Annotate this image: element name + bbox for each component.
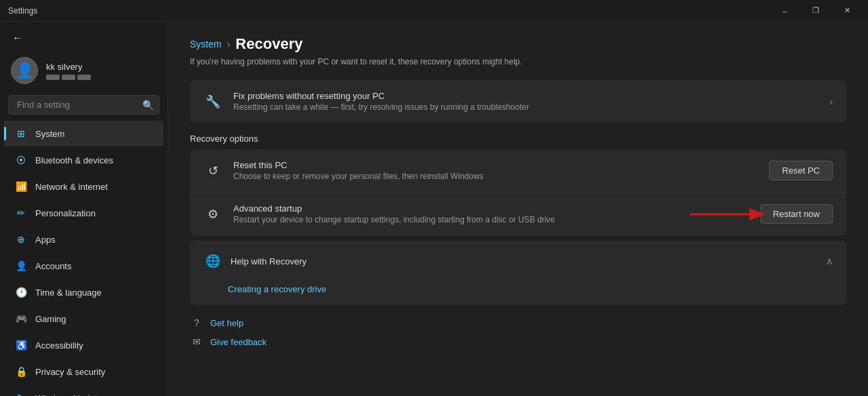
titlebar-title: Settings	[8, 6, 37, 16]
bluetooth-icon: ⦿	[15, 154, 27, 166]
sidebar-item-privacy[interactable]: 🔒Privacy & security	[4, 359, 163, 384]
privacy-icon: 🔒	[15, 365, 27, 378]
sidebar-label-accessibility: Accessibility	[35, 340, 83, 351]
reset-title: Reset this PC	[233, 160, 758, 170]
user-name: kk silvery	[46, 62, 91, 72]
breadcrumb-separator: ›	[227, 39, 231, 50]
fix-chevron-icon: ›	[829, 96, 833, 107]
main-layout: ← 👤 kk silvery 🔍 ⊞System⦿Bluetooth & dev…	[0, 22, 868, 396]
content-area: System › Recovery If you're having probl…	[168, 22, 868, 396]
reset-text: Reset this PC Choose to keep or remove y…	[233, 160, 758, 181]
accounts-icon: 👤	[15, 260, 27, 272]
help-chevron-icon: ∧	[826, 256, 833, 266]
apps-icon: ⊕	[15, 233, 27, 245]
sidebar-label-gaming: Gaming	[35, 314, 66, 324]
get-help-icon: ?	[190, 316, 203, 330]
personalization-icon: ✏	[15, 207, 27, 219]
give-feedback-link[interactable]: ✉ Give feedback	[190, 335, 846, 349]
reset-pc-row: ↺ Reset this PC Choose to keep or remove…	[190, 149, 846, 193]
accessibility-icon: ♿	[15, 339, 27, 351]
reset-icon: ↺	[203, 161, 222, 180]
creating-recovery-link[interactable]: Creating a recovery drive	[228, 284, 326, 294]
system-icon: ⊞	[15, 127, 27, 140]
fix-card-desc: Resetting can take a while — first, try …	[233, 102, 818, 112]
give-feedback-text: Give feedback	[210, 337, 267, 347]
get-help-text: Get help	[210, 318, 243, 328]
sidebar-label-personalization: Personalization	[35, 208, 96, 218]
sidebar-nav: ⊞System⦿Bluetooth & devices📶Network & in…	[0, 120, 167, 396]
search-box: 🔍	[8, 95, 159, 115]
help-card: 🌐 Help with Recovery ∧ Creating a recove…	[190, 241, 846, 305]
search-input[interactable]	[8, 95, 159, 115]
sidebar-label-bluetooth: Bluetooth & devices	[35, 155, 113, 165]
back-button[interactable]: ←	[8, 28, 27, 47]
user-dots	[46, 75, 91, 80]
network-icon: 📶	[15, 180, 27, 193]
fix-card-title: Fix problems without resetting your PC	[233, 91, 818, 101]
arrow-annotation	[690, 203, 772, 225]
advanced-startup-title: Advanced startup	[233, 203, 749, 214]
page-title: Recovery	[235, 35, 302, 53]
advanced-startup-desc: Restart your device to change startup se…	[233, 215, 749, 224]
titlebar-controls: – ❐ ✕	[769, 0, 863, 22]
help-icon: 🌐	[203, 252, 222, 271]
sidebar: ← 👤 kk silvery 🔍 ⊞System⦿Bluetooth & dev…	[0, 22, 168, 396]
sidebar-item-accounts[interactable]: 👤Accounts	[4, 253, 163, 279]
sidebar-item-update[interactable]: ↻Windows Update	[4, 385, 163, 396]
sidebar-item-time[interactable]: 🕐Time & language	[4, 279, 163, 305]
bottom-links: ? Get help ✉ Give feedback	[190, 316, 846, 349]
recovery-options-card: ↺ Reset this PC Choose to keep or remove…	[190, 149, 846, 235]
sidebar-label-network: Network & internet	[35, 182, 108, 192]
avatar-icon: 👤	[16, 62, 34, 79]
help-title: Help with Recovery	[231, 256, 818, 266]
sidebar-item-bluetooth[interactable]: ⦿Bluetooth & devices	[4, 147, 163, 173]
arrow-svg	[690, 203, 772, 225]
search-icon[interactable]: 🔍	[142, 100, 154, 111]
dot-2	[62, 75, 75, 80]
minimize-button[interactable]: –	[769, 0, 800, 22]
sidebar-item-apps[interactable]: ⊕Apps	[4, 226, 163, 252]
advanced-startup-row: ⚙ Advanced startup Restart your device t…	[190, 193, 846, 235]
sidebar-label-accounts: Accounts	[35, 261, 71, 271]
sidebar-label-update: Windows Update	[35, 393, 102, 397]
sidebar-label-apps: Apps	[35, 235, 56, 245]
maximize-button[interactable]: ❐	[800, 0, 831, 22]
sidebar-item-system[interactable]: ⊞System	[4, 121, 163, 146]
update-icon: ↻	[15, 392, 27, 396]
titlebar: Settings – ❐ ✕	[0, 0, 868, 22]
sidebar-item-gaming[interactable]: 🎮Gaming	[4, 306, 163, 332]
advanced-startup-icon: ⚙	[203, 205, 222, 224]
breadcrumb-parent[interactable]: System	[190, 39, 222, 50]
avatar: 👤	[11, 57, 38, 84]
sidebar-label-time: Time & language	[35, 288, 102, 298]
sidebar-item-network[interactable]: 📶Network & internet	[4, 174, 163, 199]
sidebar-item-accessibility[interactable]: ♿Accessibility	[4, 332, 163, 358]
advanced-startup-text: Advanced startup Restart your device to …	[233, 203, 749, 224]
reset-pc-button[interactable]: Reset PC	[769, 161, 833, 180]
fix-card-text: Fix problems without resetting your PC R…	[233, 91, 818, 112]
sidebar-label-privacy: Privacy & security	[35, 367, 105, 377]
reset-desc: Choose to keep or remove your personal f…	[233, 172, 758, 181]
page-description: If you're having problems with your PC o…	[190, 57, 846, 66]
sidebar-top: ←	[0, 24, 167, 49]
sidebar-label-system: System	[35, 129, 64, 139]
gaming-icon: 🎮	[15, 313, 27, 325]
fix-icon: 🔧	[203, 92, 222, 111]
sidebar-item-personalization[interactable]: ✏Personalization	[4, 200, 163, 226]
user-info: kk silvery	[46, 62, 91, 80]
recovery-section-title: Recovery options	[190, 134, 846, 144]
help-content: Creating a recovery drive	[190, 281, 846, 305]
sidebar-user: 👤 kk silvery	[0, 49, 167, 92]
dot-1	[46, 75, 60, 80]
fix-problems-card[interactable]: 🔧 Fix problems without resetting your PC…	[190, 80, 846, 123]
help-header[interactable]: 🌐 Help with Recovery ∧	[190, 241, 846, 281]
breadcrumb: System › Recovery	[190, 35, 846, 53]
dot-3	[77, 75, 91, 80]
close-button[interactable]: ✕	[831, 0, 863, 22]
give-feedback-icon: ✉	[190, 335, 203, 349]
time-icon: 🕐	[15, 286, 27, 298]
get-help-link[interactable]: ? Get help	[190, 316, 846, 330]
